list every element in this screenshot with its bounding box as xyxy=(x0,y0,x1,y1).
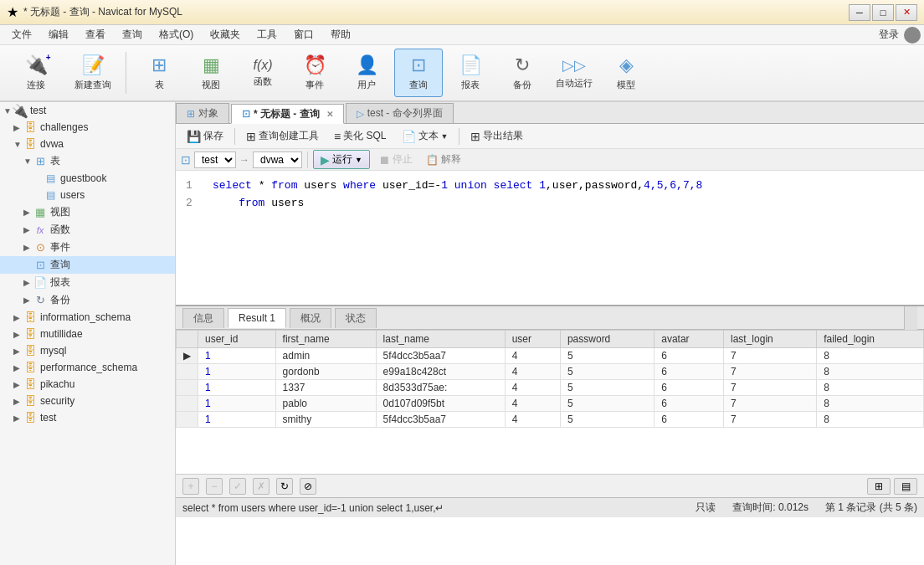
cancel-button[interactable]: ✗ xyxy=(253,478,270,495)
col-avatar[interactable]: avatar xyxy=(654,331,724,348)
delete-row-button[interactable]: − xyxy=(206,478,223,495)
col-user-id[interactable]: user_id xyxy=(198,331,276,348)
sql-content[interactable]: select * from users where user_id=-1 uni… xyxy=(213,177,914,298)
table-row[interactable]: ▶1admin5f4dcc3b5aa745678 xyxy=(177,348,924,364)
save-button[interactable]: 💾 保存 xyxy=(181,126,229,146)
menu-window[interactable]: 窗口 xyxy=(285,26,322,44)
form-view-button[interactable]: ▤ xyxy=(894,478,917,495)
stop-refresh-button[interactable]: ⊘ xyxy=(300,478,316,495)
tab-query[interactable]: ⊡ * 无标题 - 查询 ✕ xyxy=(231,104,344,124)
col-last-name[interactable]: last_name xyxy=(376,331,505,348)
col-password[interactable]: password xyxy=(560,331,654,348)
connection-select[interactable]: test xyxy=(194,152,236,168)
refresh-button[interactable]: ↻ xyxy=(276,478,293,495)
status-query-time: 查询时间: 0.012s xyxy=(732,501,808,515)
menu-tools[interactable]: 工具 xyxy=(249,26,285,44)
toolbar-table[interactable]: ⊞ 表 xyxy=(135,49,183,97)
sidebar-item-performance-schema[interactable]: ▶ 🗄 performance_schema xyxy=(0,359,175,376)
expand-arrow: ▶ xyxy=(23,208,33,217)
toolbar-autorun[interactable]: ▷▷ 自动运行 xyxy=(550,49,598,97)
result-tab-info[interactable]: 信息 xyxy=(182,308,224,328)
col-user[interactable]: user xyxy=(505,331,560,348)
toolbar-query[interactable]: ⊡ 查询 xyxy=(394,49,443,97)
grid-view-button[interactable]: ⊞ xyxy=(867,478,891,495)
sidebar-item-challenges[interactable]: ▶ 🗄 challenges xyxy=(0,119,175,136)
sidebar-item-mutillidae[interactable]: ▶ 🗄 mutillidae xyxy=(0,326,175,342)
cell-first_name: gordonb xyxy=(275,364,376,380)
cell-password: 5 xyxy=(560,364,654,380)
menu-query[interactable]: 查询 xyxy=(114,26,151,44)
sidebar-item-information-schema[interactable]: ▶ 🗄 information_schema xyxy=(0,309,175,326)
maximize-button[interactable]: □ xyxy=(872,4,894,21)
menu-favorites[interactable]: 收藏夹 xyxy=(202,26,249,44)
tab-close-icon[interactable]: ✕ xyxy=(326,110,333,119)
backup-label: 备份 xyxy=(513,79,531,91)
col-last-login[interactable]: last_login xyxy=(724,331,817,348)
add-row-button[interactable]: + xyxy=(182,478,199,495)
stop-button[interactable]: ⏹ 停止 xyxy=(373,151,418,168)
result-tab-overview[interactable]: 概况 xyxy=(290,308,331,328)
menu-file[interactable]: 文件 xyxy=(3,26,40,44)
sidebar-item-label: 查询 xyxy=(50,258,70,272)
report-icon: 📄 xyxy=(459,54,482,76)
toolbar-backup[interactable]: ↻ 备份 xyxy=(498,49,547,97)
sidebar-item-tables-folder[interactable]: ▼ ⊞ 表 xyxy=(0,152,175,170)
col-failed-login[interactable]: failed_login xyxy=(817,331,924,348)
table-row[interactable]: 113378d3533d75ae:45678 xyxy=(177,380,924,396)
export-button[interactable]: ⊞ 导出结果 xyxy=(465,126,529,146)
toolbar-connect[interactable]: 🔌 + 连接 xyxy=(7,49,65,97)
tab-object[interactable]: ⊞ 对象 xyxy=(176,103,229,123)
table-row[interactable]: 1smithy5f4dcc3b5aa745678 xyxy=(177,412,924,428)
toolbar-func[interactable]: f(x) 函数 xyxy=(239,49,287,97)
sidebar-item-mysql[interactable]: ▶ 🗄 mysql xyxy=(0,342,175,359)
sidebar-item-dvwa[interactable]: ▼ 🗄 dvwa xyxy=(0,136,175,152)
model-icon: ◈ xyxy=(619,54,634,76)
tab-command[interactable]: ▷ test - 命令列界面 xyxy=(346,103,454,123)
sidebar-item-report[interactable]: ▶ 📄 报表 xyxy=(0,274,175,291)
minimize-button[interactable]: ─ xyxy=(849,4,870,21)
cell-failed_login: 8 xyxy=(817,396,924,412)
database-select[interactable]: dvwa xyxy=(253,152,302,168)
menu-help[interactable]: 帮助 xyxy=(322,26,359,44)
sidebar-item-func-folder[interactable]: ▶ fx 函数 xyxy=(0,221,175,239)
sidebar-item-query[interactable]: ⊡ 查询 xyxy=(0,256,175,274)
sidebar-item-views-folder[interactable]: ▶ ▦ 视图 xyxy=(0,203,175,221)
sidebar-item-guestbook[interactable]: ▤ guestbook xyxy=(0,170,175,187)
beautify-button[interactable]: ≡ 美化 SQL xyxy=(328,126,393,146)
sidebar-item-test-db[interactable]: ▶ 🗄 test xyxy=(0,409,175,426)
col-first-name[interactable]: first_name xyxy=(275,331,376,348)
table-row[interactable]: 1gordonbe99a18c428ct45678 xyxy=(177,364,924,380)
result-tab-result1[interactable]: Result 1 xyxy=(228,308,286,328)
confirm-button[interactable]: ✓ xyxy=(229,478,246,495)
toolbar-model[interactable]: ◈ 模型 xyxy=(602,49,650,97)
toolbar-event[interactable]: ⏰ 事件 xyxy=(290,49,339,97)
sidebar-item-pikachu[interactable]: ▶ 🗄 pikachu xyxy=(0,376,175,393)
sidebar-item-test-connection[interactable]: ▼ 🔌 test xyxy=(0,102,175,119)
toolbar-new-query[interactable]: 📝 新建查询 xyxy=(69,49,117,97)
text-button[interactable]: 📄 文本 ▼ xyxy=(396,126,454,146)
toolbar-user[interactable]: 👤 用户 xyxy=(342,49,391,97)
menu-format[interactable]: 格式(O) xyxy=(151,26,202,44)
cell-last_login: 7 xyxy=(724,412,817,428)
text-icon: 📄 xyxy=(402,130,416,143)
cell-user: 4 xyxy=(505,412,560,428)
sql-editor[interactable]: 1 2 select * from users where user_id=-1… xyxy=(176,171,924,305)
data-grid[interactable]: user_id first_name last_name user passwo… xyxy=(176,330,924,474)
menu-edit[interactable]: 编辑 xyxy=(40,26,77,44)
sidebar-item-security[interactable]: ▶ 🗄 security xyxy=(0,393,175,409)
query-builder-button[interactable]: ⊞ 查询创建工具 xyxy=(240,126,325,146)
sidebar-item-backup[interactable]: ▶ ↻ 备份 xyxy=(0,291,175,309)
cell-first_name: 1337 xyxy=(275,380,376,396)
run-button[interactable]: ▶ 运行 ▼ xyxy=(313,150,370,169)
cell-user_id: 1 xyxy=(198,364,276,380)
explain-button[interactable]: 📋 解释 xyxy=(421,151,466,168)
sidebar-item-users-table[interactable]: ▤ users xyxy=(0,187,175,203)
login-button[interactable]: 登录 xyxy=(879,28,899,42)
close-button[interactable]: ✕ xyxy=(896,4,917,21)
sidebar-item-event-folder[interactable]: ▶ ⊙ 事件 xyxy=(0,239,175,256)
table-row[interactable]: 1pablo0d107d09f5bt45678 xyxy=(177,396,924,412)
toolbar-report[interactable]: 📄 报表 xyxy=(446,49,495,97)
menu-view[interactable]: 查看 xyxy=(77,26,114,44)
result-tab-status[interactable]: 状态 xyxy=(335,308,377,328)
toolbar-view[interactable]: ▦ 视图 xyxy=(187,49,235,97)
